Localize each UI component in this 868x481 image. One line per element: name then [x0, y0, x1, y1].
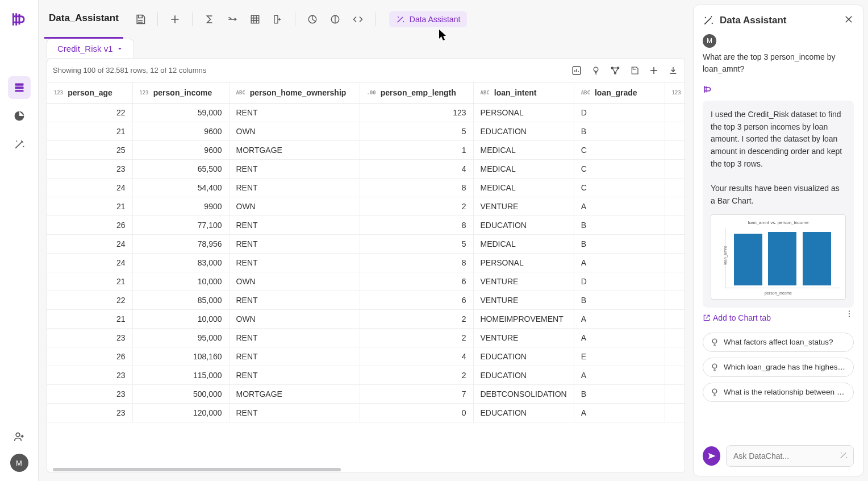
rail-add-user-icon[interactable] [8, 425, 31, 448]
svg-rect-1 [15, 86, 23, 89]
user-avatar: M [703, 34, 716, 48]
table-row[interactable]: 219900OWN2VENTUREA [47, 197, 685, 216]
svg-rect-5 [274, 15, 278, 23]
chart-thumbnail[interactable]: loan_amnt vs. person_income loan_amnt pe… [711, 214, 846, 300]
pie-icon[interactable] [302, 9, 323, 30]
table-row[interactable]: 219600OWN5EDUCATIONB [47, 122, 685, 141]
svg-point-14 [849, 316, 850, 317]
send-button[interactable] [703, 446, 720, 466]
suggestion-chip[interactable]: Which loan_grade has the highest aver… [703, 358, 854, 377]
svg-rect-2 [15, 90, 23, 92]
table-row[interactable]: 23115,000RENT2EDUCATIONA [47, 366, 685, 385]
rail-chart-icon[interactable] [8, 105, 31, 127]
add-icon[interactable] [165, 9, 185, 30]
more-icon[interactable] [845, 309, 854, 320]
chat-input[interactable] [726, 445, 854, 467]
assistant-logo-icon [703, 84, 854, 96]
assistant-text-2: Your results have been visualized as a B… [711, 183, 846, 207]
sheet-wrapper: Showing 100 of 32,581 rows, 12 of 12 col… [47, 58, 685, 473]
data-assistant-label: Data Assistant [410, 15, 461, 24]
table-scroll[interactable]: 123person_age123person_incomeABCperson_h… [47, 82, 685, 467]
column-header[interactable]: 123person_income [132, 82, 229, 103]
table-row[interactable]: 2483,000RENT8PERSONALA [47, 254, 685, 272]
add-to-chart-link[interactable]: Add to Chart tab [703, 313, 771, 322]
svg-point-12 [849, 310, 850, 312]
column-add-icon[interactable] [268, 9, 288, 30]
column-header[interactable]: 123 [665, 82, 685, 103]
table-row[interactable]: 2110,000OWN2HOMEIMPROVEMENTA [47, 310, 685, 329]
transform-icon[interactable] [222, 9, 243, 30]
bulb-icon[interactable] [590, 65, 602, 76]
table-row[interactable]: 2395,000RENT2VENTUREA [47, 329, 685, 347]
svg-point-10 [617, 67, 619, 69]
suggestion-chip[interactable]: What factors affect loan_status? [703, 333, 854, 352]
sigma-icon[interactable] [199, 9, 220, 30]
table-row[interactable]: 23500,000MORTGAGE7DEBTCONSOLIDATIONB [47, 385, 685, 404]
column-header[interactable]: ABCloan_intent [473, 82, 574, 103]
left-rail: M [0, 0, 39, 481]
row-count-status: Showing 100 of 32,581 rows, 12 of 12 col… [53, 66, 206, 74]
table-row[interactable]: 2365,500RENT4MEDICALC [47, 160, 685, 179]
table-row[interactable]: 2259,000RENT123PERSONALD [47, 103, 685, 122]
chart-bar [734, 234, 762, 285]
grid-icon[interactable] [245, 9, 265, 30]
chart-preview-icon[interactable] [571, 65, 582, 76]
svg-point-11 [615, 72, 616, 74]
top-toolbar: Data_Assistant Data Assistant [39, 0, 693, 39]
sheet-tab[interactable]: Credit_Risk v1 [47, 39, 134, 58]
table-row[interactable]: 23120,000RENT0EDUCATIONA [47, 404, 685, 422]
rail-data-icon[interactable] [8, 76, 31, 99]
graph-icon[interactable] [610, 65, 621, 76]
chat-panel: Data Assistant M What are the top 3 pers… [693, 5, 863, 476]
data-table: 123person_age123person_incomeABCperson_h… [47, 82, 685, 422]
wand-input-icon[interactable] [839, 451, 848, 462]
user-question: What are the top 3 person_income by loan… [703, 51, 854, 75]
info-bar: Showing 100 of 32,581 rows, 12 of 12 col… [47, 59, 685, 82]
save2-icon[interactable] [629, 65, 640, 76]
chart-bars: loan_amnt [725, 229, 840, 288]
chart-ylabel: loan_amnt [723, 246, 729, 265]
table-row[interactable]: 2454,400RENT8MEDICALC [47, 179, 685, 197]
app-logo[interactable] [8, 8, 31, 31]
sheet-name: Credit_Risk v1 [57, 44, 113, 53]
data-assistant-button[interactable]: Data Assistant [389, 11, 468, 27]
horizontal-scrollbar[interactable] [47, 467, 685, 472]
chevron-down-icon [116, 45, 123, 52]
download-icon[interactable] [667, 65, 679, 76]
rail-wand-icon[interactable] [8, 133, 31, 156]
assistant-message: I used the Credit_Risk dataset to find t… [703, 101, 854, 308]
close-icon[interactable] [844, 14, 854, 26]
table-row[interactable]: 2478,956RENT5MEDICALB [47, 235, 685, 254]
column-header[interactable]: .00person_emp_length [360, 82, 473, 103]
column-header[interactable]: ABCloan_grade [574, 82, 665, 103]
save-icon[interactable] [130, 9, 151, 30]
column-header[interactable]: 123person_age [47, 82, 132, 103]
suggestion-chip[interactable]: What is the relationship between perso… [703, 383, 854, 402]
code-icon[interactable] [348, 9, 368, 30]
svg-rect-4 [251, 15, 259, 23]
svg-rect-0 [15, 84, 23, 86]
table-row[interactable]: 2110,000OWN6VENTURED [47, 272, 685, 291]
assistant-text-1: I used the Credit_Risk dataset to find t… [711, 109, 846, 170]
svg-point-3 [16, 433, 20, 437]
table-row[interactable]: 259600MORTGAGE1MEDICALC [47, 141, 685, 160]
chart-bar [803, 232, 831, 285]
svg-point-13 [849, 313, 850, 314]
main-area: Data_Assistant Data Assistant Credit_Ris… [39, 0, 693, 481]
plus-icon[interactable] [648, 65, 660, 76]
half-circle-icon[interactable] [325, 9, 345, 30]
chat-title: Data Assistant [720, 15, 838, 26]
workspace-tab-title[interactable]: Data_Assistant [49, 13, 119, 26]
chart-bar [768, 232, 796, 285]
table-row[interactable]: 26108,160RENT4EDUCATIONE [47, 347, 685, 366]
svg-point-9 [611, 67, 613, 69]
table-row[interactable]: 2677,100RENT8EDUCATIONB [47, 216, 685, 235]
wand-icon [703, 15, 714, 26]
chart-title: loan_amnt vs. person_income [715, 219, 842, 226]
column-header[interactable]: ABCperson_home_ownership [229, 82, 360, 103]
table-row[interactable]: 2285,000RENT6VENTUREB [47, 291, 685, 310]
suggestions-list: What factors affect loan_status?Which lo… [703, 333, 854, 402]
chart-xlabel: person_income [715, 291, 842, 297]
rail-avatar[interactable]: M [10, 454, 28, 472]
